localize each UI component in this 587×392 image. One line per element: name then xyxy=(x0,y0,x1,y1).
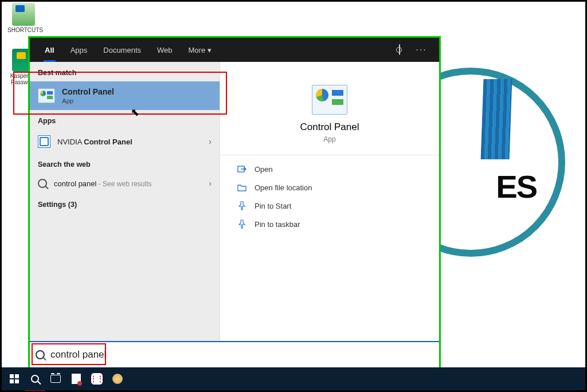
result-title-prefix: NVIDIA xyxy=(57,138,84,146)
folder-shortcut-icon xyxy=(12,3,35,26)
result-title-bold: Control Panel xyxy=(84,138,132,146)
section-apps: Apps xyxy=(30,110,220,130)
action-label: Open file location xyxy=(255,183,312,192)
paint-app-icon xyxy=(112,374,123,384)
search-preview-pane: Control Panel App Open Open file locatio… xyxy=(220,62,439,341)
divider xyxy=(220,155,439,155)
open-icon xyxy=(237,164,246,174)
desktop-icon-shortcuts[interactable]: SHORTCUTS xyxy=(7,3,40,33)
feedback-button[interactable] xyxy=(390,45,409,55)
tab-apps[interactable]: Apps xyxy=(64,38,95,62)
search-icon xyxy=(38,179,47,188)
result-web[interactable]: control panel - See web results › xyxy=(30,173,220,194)
pin-icon xyxy=(237,219,246,229)
action-label: Pin to Start xyxy=(255,202,291,210)
result-title: Control Panel xyxy=(62,87,114,96)
action-open[interactable]: Open xyxy=(236,160,423,178)
taskbar-app-notes[interactable] xyxy=(66,370,87,388)
start-search-flyout: All Apps Documents Web More ▾ ··· Best m… xyxy=(30,38,439,367)
folder-icon xyxy=(237,183,246,192)
section-best-match: Best match xyxy=(30,62,220,81)
taskbar-app-todo[interactable]: ⋮⋮ xyxy=(87,370,107,388)
result-app-nvidia[interactable]: NVIDIA Control Panel › xyxy=(30,130,220,154)
nvidia-control-panel-icon xyxy=(38,135,50,148)
action-label: Open xyxy=(255,165,273,174)
tab-more[interactable]: More ▾ xyxy=(182,38,218,62)
control-panel-icon xyxy=(38,88,55,103)
search-results-list: Best match Control Panel App Apps NVIDIA… xyxy=(30,62,220,341)
task-view-icon xyxy=(50,375,61,383)
search-tabs: All Apps Documents Web More ▾ ··· xyxy=(30,38,439,62)
chevron-down-icon: ▾ xyxy=(208,46,212,54)
result-subtitle: App xyxy=(62,97,114,104)
search-input[interactable] xyxy=(50,349,433,360)
screenshot-frame: ES SHORTCUTS Kaspersky Password All Apps… xyxy=(0,0,587,392)
action-pin-to-taskbar[interactable]: Pin to taskbar xyxy=(236,215,423,233)
start-button[interactable] xyxy=(4,370,25,388)
search-icon xyxy=(31,375,39,383)
chevron-right-icon[interactable]: › xyxy=(209,179,212,188)
todo-app-icon: ⋮⋮ xyxy=(91,373,103,385)
pin-icon xyxy=(237,201,246,210)
tab-all[interactable]: All xyxy=(38,38,61,62)
result-best-match[interactable]: Control Panel App xyxy=(30,81,220,110)
chevron-right-icon[interactable]: › xyxy=(209,137,212,146)
search-input-bar[interactable] xyxy=(30,341,439,367)
control-panel-icon xyxy=(312,85,347,115)
search-icon xyxy=(36,350,45,359)
section-settings[interactable]: Settings (3) xyxy=(30,194,220,213)
ellipsis-icon: ··· xyxy=(416,45,426,54)
section-web: Search the web xyxy=(30,154,220,173)
search-options-button[interactable]: ··· xyxy=(412,45,431,55)
result-title: control panel - See web results xyxy=(54,179,152,188)
feedback-icon xyxy=(399,44,400,55)
action-open-file-location[interactable]: Open file location xyxy=(236,178,423,197)
preview-subtitle: App xyxy=(236,135,423,143)
web-hint-text: - See web results xyxy=(96,180,151,188)
taskbar: ⋮⋮ xyxy=(2,367,585,390)
note-app-icon xyxy=(72,374,81,384)
action-pin-to-start[interactable]: Pin to Start xyxy=(236,197,423,215)
desktop-icon-label: SHORTCUTS xyxy=(7,27,40,33)
wallpaper-logo-text: ES xyxy=(496,171,537,203)
taskbar-app-paint[interactable] xyxy=(107,370,128,388)
wallpaper-logo-brush xyxy=(481,79,512,159)
tab-more-label: More xyxy=(189,46,206,54)
task-view-button[interactable] xyxy=(45,370,66,388)
tab-documents[interactable]: Documents xyxy=(96,38,148,62)
preview-title: Control Panel xyxy=(236,121,423,133)
windows-logo-icon xyxy=(10,374,19,383)
taskbar-search-button[interactable] xyxy=(25,370,45,388)
result-title: NVIDIA Control Panel xyxy=(57,138,132,146)
tab-web[interactable]: Web xyxy=(150,38,179,62)
action-label: Pin to taskbar xyxy=(255,220,300,229)
web-query-text: control panel xyxy=(54,179,96,188)
